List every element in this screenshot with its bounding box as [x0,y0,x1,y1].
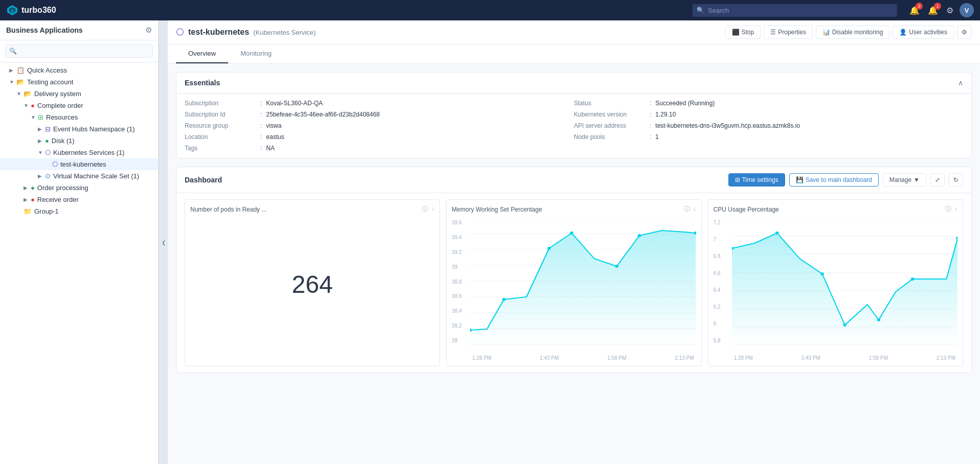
sidebar: Business Applications ⚙ 🔍 ▶ 📋 Quick Acce… [0,20,159,464]
download-icon-3[interactable]: ↓ [954,205,957,214]
essentials-title: Essentials [185,79,220,87]
notifications-bell-button[interactable]: 🔔 3 [907,4,922,17]
essentials-header: Essentials ∧ [176,73,971,94]
sidebar-item-disk[interactable]: ▶ ● Disk (1) [0,135,158,147]
sidebar-header: Business Applications ⚙ [0,20,158,40]
vm-scale-set-label: Virtual Machine Scale Set (1) [53,172,139,180]
node-pools-value: 1 [655,133,659,141]
svg-point-34 [910,277,914,281]
resources-label: Resources [46,113,78,121]
main-content: ⎔ test-kubernetes (Kubernetes Service) ⬛… [168,20,980,464]
download-icon-2[interactable]: ↓ [693,205,696,214]
kubernetes-services-label: Kubernetes Services (1) [53,149,124,156]
user-activities-button[interactable]: 👤 User activities [893,26,954,39]
status-value: Succeeded (Running) [655,100,715,107]
service-subtitle: (Kubernetes Service) [253,29,316,36]
properties-button[interactable]: ☰ Properties [764,26,813,39]
status-label: Status [574,100,645,107]
order-processing-label: Order processing [37,184,88,192]
sidebar-item-receive-order[interactable]: ▶ ● Receive order [0,194,158,205]
stop-button[interactable]: ⬛ Stop [725,26,761,39]
sidebar-item-order-processing[interactable]: ▶ ● Order processing [0,182,158,194]
event-hubs-icon: ⊟ [45,125,51,133]
monitoring-icon: 📊 [822,29,830,36]
app-logo[interactable]: turbo360 [6,4,88,16]
manage-label: Manage [889,176,911,183]
memory-chart-area: 39.6 39.4 39.2 39 38.8 38.6 38.4 38.2 38 [452,218,696,361]
stop-label: Stop [742,29,754,36]
stop-icon: ⬛ [732,29,740,36]
sidebar-item-kubernetes-services[interactable]: ▼ ⎔ Kubernetes Services (1) [0,147,158,158]
download-icon[interactable]: ↓ [431,205,434,214]
content-area: Essentials ∧ Subscription : Kovai-SL360-… [168,64,980,464]
sidebar-search-input[interactable] [5,44,153,58]
sidebar-search-icon: 🔍 [9,48,17,55]
dashboard-title: Dashboard [185,176,222,184]
api-server-value: test-kubernetes-dns-i3w5guvm.hcp.eastus.… [655,122,800,129]
manage-button[interactable]: Manage ▼ [883,173,926,187]
refresh-button[interactable]: ↻ [949,173,963,187]
essentials-col-right: Status : Succeeded (Running) Kubernetes … [574,100,963,152]
group1-label: Group-1 [34,207,59,215]
cpu-y-labels: 7.2 7 6.8 6.6 6.4 6.2 6 5.8 [714,218,730,345]
chevron-right-icon: ▶ [24,185,31,191]
essentials-col-left: Subscription : Kovai-SL360-AD-QA Subscri… [185,100,574,152]
essentials-tags-row: Tags : NA [185,145,574,152]
notifications-badge: 3 [916,3,923,10]
time-settings-button[interactable]: ⊞ Time settings [728,173,785,187]
sidebar-item-testing-account[interactable]: ▼ 📂 Testing account [0,76,158,88]
sidebar-item-event-hubs[interactable]: ▶ ⊟ Event Hubs Namespace (1) [0,123,158,135]
tab-monitoring[interactable]: Monitoring [228,44,284,63]
settings-button[interactable]: ⚙ [944,4,955,17]
fullscreen-button[interactable]: ⤢ [930,173,945,187]
disk-label: Disk (1) [52,137,75,145]
k8s-services-icon: ⎔ [45,149,51,156]
sidebar-item-test-kubernetes[interactable]: ⎔ test-kubernetes [0,158,158,170]
dashboard-header: Dashboard ⊞ Time settings 💾 Save to main… [176,167,971,193]
cpu-chart-svg [732,218,957,345]
sidebar-item-delivery-system[interactable]: ▼ 📂 Delivery system [0,88,158,100]
collapse-icon[interactable]: ∧ [958,79,963,87]
svg-point-15 [547,247,551,250]
properties-icon: ☰ [770,29,776,36]
svg-point-18 [638,234,641,237]
more-icon: ⚙ [962,29,967,36]
sidebar-item-complete-order[interactable]: ▼ ● Complete order [0,100,158,111]
memory-chart-svg [470,218,696,345]
avatar[interactable]: V [960,3,974,17]
sidebar-item-quick-access[interactable]: ▶ 📋 Quick Access [0,64,158,76]
search-input[interactable] [693,4,897,17]
alerts-bell-button[interactable]: 🔔 1 [926,4,940,17]
svg-point-31 [820,272,824,275]
tab-overview[interactable]: Overview [176,44,228,63]
dashboard-actions: ⊞ Time settings 💾 Save to main dashboard… [728,173,963,187]
sidebar-collapse-button[interactable]: ❮ [159,20,168,464]
chevron-right-icon: ▶ [38,138,45,144]
disable-monitoring-button[interactable]: 📊 Disable monitoring [816,26,889,39]
save-icon: 💾 [796,176,804,183]
subscription-value: Kovai-SL360-AD-QA [266,100,323,107]
memory-y-labels: 39.6 39.4 39.2 39 38.8 38.6 38.4 38.2 38 [452,218,468,345]
chevron-right-icon: ▶ [38,126,45,132]
time-settings-label: Time settings [742,176,778,183]
sidebar-item-resources[interactable]: ▼ ⊞ Resources [0,111,158,123]
delivery-system-label: Delivery system [34,90,81,98]
search-bar[interactable]: 🔍 [693,4,897,17]
nav-icons: 🔔 3 🔔 1 ⚙ V [907,3,974,17]
sidebar-gear-icon[interactable]: ⚙ [145,26,152,35]
manage-chevron-icon: ▼ [914,176,920,183]
app-name: turbo360 [21,6,56,15]
chart-pods-actions: ⓘ ↓ [422,205,434,214]
node-pools-label: Node pools [574,133,645,141]
resources-icon: ⊞ [38,113,43,121]
save-dashboard-button[interactable]: 💾 Save to main dashboard [789,173,879,187]
chart-memory: Memory Working Set Percentage ⓘ ↓ 39.6 3… [446,199,701,366]
sidebar-item-group1[interactable]: 📁 Group-1 [0,205,158,217]
chart-cpu-actions: ⓘ ↓ [945,205,957,214]
user-activities-label: User activities [909,29,947,36]
more-options-button[interactable]: ⚙ [957,26,972,39]
info-icon-3[interactable]: ⓘ [945,205,951,214]
info-icon[interactable]: ⓘ [422,205,428,214]
sidebar-item-vm-scale-set[interactable]: ▶ ⊙ Virtual Machine Scale Set (1) [0,170,158,182]
info-icon-2[interactable]: ⓘ [684,205,690,214]
